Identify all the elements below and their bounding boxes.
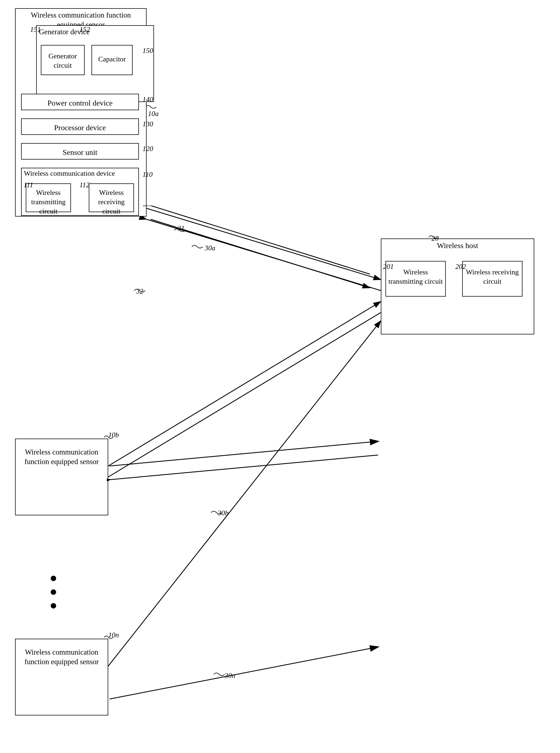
- power-control-label: Power control device: [22, 94, 138, 110]
- sensor-10n-box: Wireless communication function equipped…: [15, 639, 108, 715]
- svg-line-8: [151, 206, 370, 274]
- ref-202: 202: [455, 263, 466, 271]
- capacitor-label: Capacitor: [92, 45, 132, 64]
- ref-150: 150: [142, 46, 153, 55]
- ref-140: 140: [142, 95, 153, 103]
- ref-10b: 10b: [108, 431, 119, 439]
- ref-130: 130: [142, 120, 153, 128]
- dots-decoration: [51, 576, 56, 609]
- gen-circuit-label: Generator circuit: [41, 45, 84, 70]
- ref-30n: 30n: [225, 672, 235, 680]
- ref-10n: 10n: [108, 631, 119, 639]
- sensor-unit-label: Sensor unit: [22, 143, 138, 159]
- ref-110: 110: [142, 171, 153, 179]
- sensor-10b-box: Wireless communication function equipped…: [15, 439, 108, 515]
- diagram: Wireless communication function equipped…: [0, 0, 560, 753]
- ref-120: 120: [142, 145, 153, 153]
- ref-31: 31: [178, 224, 185, 232]
- sensor-10n-label: Wireless communication function equipped…: [16, 639, 108, 668]
- wr-circuit-112-box: Wireless receiving circuit: [89, 184, 134, 212]
- ref-111: 111: [24, 181, 33, 189]
- arrows-10b-svg: [107, 439, 397, 548]
- generator-device-box: Generator device Generator circuit Capac…: [36, 25, 154, 102]
- svg-line-14: [109, 455, 378, 480]
- arrows-10n-svg: [107, 644, 397, 740]
- wireless-host-title: Wireless host: [381, 239, 534, 252]
- wr-circuit-202-box: Wireless receiving circuit: [462, 261, 522, 296]
- sensor-unit-box: Sensor unit: [21, 143, 139, 159]
- ref-20: 20: [432, 234, 439, 243]
- power-control-box: Power control device: [21, 94, 139, 110]
- ref-30a: 30a: [205, 244, 215, 252]
- wireless-comm-device-title: Wireless communication device: [22, 168, 138, 179]
- gen-circuit-box: Generator circuit: [41, 45, 85, 75]
- processor-label: Processor device: [22, 119, 138, 134]
- ref-10a: 10a: [148, 110, 159, 118]
- wt-circuit-201-box: Wireless transmitting circuit: [385, 261, 446, 296]
- svg-line-6: [108, 321, 381, 666]
- svg-line-4: [108, 302, 381, 466]
- svg-line-2: [146, 208, 381, 279]
- ref-32: 32: [136, 287, 143, 295]
- ref-30b: 30b: [218, 509, 228, 517]
- ref-201: 201: [383, 263, 394, 271]
- sensor-10b-label: Wireless communication function equipped…: [16, 439, 108, 468]
- wr-circuit-112-label: Wireless receiving circuit: [89, 184, 134, 216]
- capacitor-box: Capacitor: [92, 45, 133, 75]
- crossing-arrows-svg: [109, 206, 411, 329]
- svg-line-16: [109, 647, 378, 699]
- wireless-host-box: Wireless host Wireless transmitting circ…: [381, 238, 534, 334]
- svg-line-13: [109, 441, 378, 466]
- processor-box: Processor device: [21, 118, 139, 135]
- generator-device-title: Generator device: [37, 26, 154, 38]
- wr-circuit-202-label: Wireless receiving circuit: [463, 262, 522, 286]
- ref-112: 112: [79, 181, 89, 189]
- ref-152: 152: [79, 25, 90, 34]
- wireless-comm-device-box: Wireless communication device Wireless t…: [21, 168, 139, 216]
- ref-151: 151: [30, 25, 41, 34]
- svg-line-5: [108, 312, 381, 477]
- wt-circuit-201-label: Wireless transmitting circuit: [386, 262, 445, 286]
